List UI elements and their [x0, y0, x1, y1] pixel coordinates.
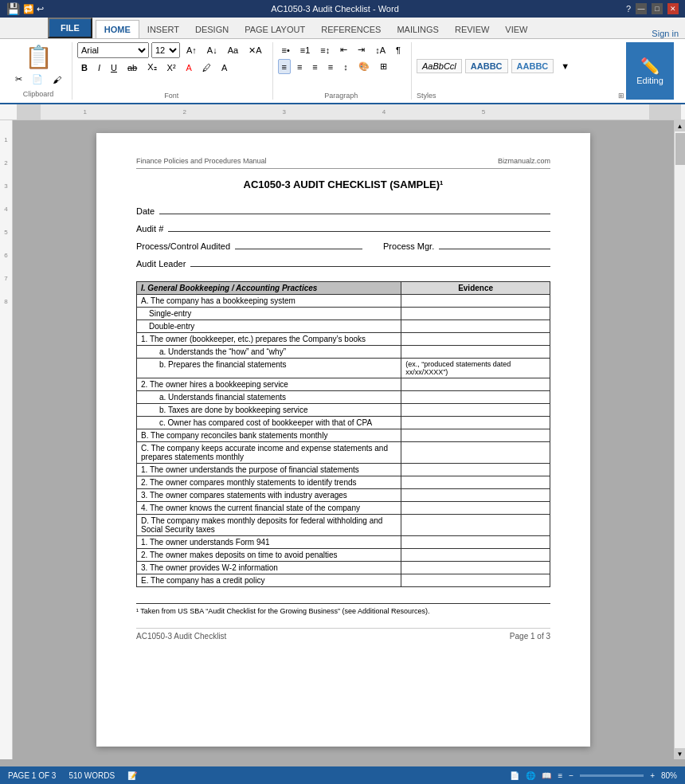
tab-view[interactable]: VIEW — [497, 21, 535, 38]
bullets-button[interactable]: ≡• — [278, 42, 294, 57]
page-header: Finance Policies and Procedures Manual B… — [136, 157, 550, 169]
align-left-button[interactable]: ≡ — [278, 59, 291, 74]
sort-button[interactable]: ↕A — [371, 42, 389, 57]
justify-button[interactable]: ≡ — [324, 59, 337, 74]
table-row: b. Prepares the financial statements(ex.… — [137, 359, 550, 378]
font-color-button[interactable]: A — [217, 61, 231, 75]
paragraph-group: ≡• ≡1 ≡↕ ⇤ ⇥ ↕A ¶ ≡ ≡ ≡ ≡ ↕ 🎨 ⊞ Paragrap… — [278, 42, 413, 100]
shrink-font-button[interactable]: A↓ — [203, 43, 221, 57]
bold-button[interactable]: B — [77, 61, 92, 75]
scroll-thumb[interactable] — [675, 133, 685, 165]
checklist-item-text: 3. The owner compares statements with in… — [137, 489, 401, 502]
tab-review[interactable]: REVIEW — [447, 21, 497, 38]
align-center-button[interactable]: ≡ — [293, 59, 306, 74]
layout-icon[interactable]: 📄 — [510, 771, 519, 780]
strikethrough-button[interactable]: ab — [123, 61, 141, 75]
align-right-button[interactable]: ≡ — [308, 59, 321, 74]
checklist-item-evidence — [401, 536, 550, 549]
read-mode-icon[interactable]: 📖 — [542, 771, 551, 780]
grow-font-button[interactable]: A↑ — [182, 43, 201, 57]
font-size-select[interactable]: 12 — [151, 42, 180, 58]
zoom-in-button[interactable]: + — [650, 771, 655, 780]
font-name-select[interactable]: Arial — [77, 42, 149, 58]
tab-insert[interactable]: INSERT — [139, 21, 187, 38]
web-layout-icon[interactable]: 🌐 — [526, 771, 535, 780]
superscript-button[interactable]: X² — [163, 61, 180, 75]
borders-button[interactable]: ⊞ — [376, 59, 391, 74]
style-emphasis[interactable]: AaBbCcl — [417, 59, 462, 73]
checklist-item-evidence: (ex., “produced statements dated xx/xx/X… — [401, 359, 550, 378]
line-spacing-button[interactable]: ↕ — [339, 59, 352, 74]
zoom-slider[interactable] — [580, 774, 644, 777]
italic-button[interactable]: I — [94, 61, 104, 75]
audit-line: Audit # — [136, 221, 550, 233]
help-icon[interactable]: ? — [626, 4, 631, 14]
paste-button[interactable]: 📋 — [25, 44, 53, 70]
audit-field[interactable] — [168, 221, 550, 232]
process-mgr-field[interactable] — [439, 238, 550, 249]
process-line: Process/Control Audited Process Mgr. — [136, 238, 550, 251]
title-bar-icons: 🔁 ↩ — [23, 4, 44, 14]
style-heading1[interactable]: AABBC — [465, 59, 508, 73]
cut-button[interactable]: ✂ — [11, 72, 26, 87]
format-painter-button[interactable]: 🖌 — [49, 72, 65, 87]
styles-expand-icon[interactable]: ⊞ — [618, 92, 624, 100]
page-footer: AC1050-3 Audit Checklist Page 1 of 3 — [136, 628, 550, 641]
checklist-item-text: b. Prepares the financial statements — [137, 359, 401, 378]
checklist-item-evidence — [401, 308, 550, 320]
checklist-item-text: b. Taxes are done by bookkeeping service — [137, 404, 401, 417]
tab-mailings[interactable]: MAILINGS — [389, 21, 447, 38]
maximize-button[interactable]: □ — [652, 3, 663, 14]
subscript-button[interactable]: X₂ — [143, 60, 160, 75]
table-row: 1. The owner understands Form 941 — [137, 536, 550, 549]
increase-indent-button[interactable]: ⇥ — [354, 42, 369, 57]
tab-file[interactable]: FILE — [48, 18, 92, 38]
scroll-up-button[interactable]: ▲ — [675, 120, 686, 131]
tab-references[interactable]: REFERENCES — [313, 21, 389, 38]
status-right: 📄 🌐 📖 ≡ − + 80% — [510, 771, 677, 780]
header-left: Finance Policies and Procedures Manual — [136, 157, 267, 165]
checklist-item-evidence — [401, 320, 550, 333]
highlight-button[interactable]: 🖊 — [198, 61, 215, 75]
tab-design[interactable]: DESIGN — [187, 21, 237, 38]
style-heading2[interactable]: AABBC — [511, 59, 554, 73]
vertical-scrollbar[interactable]: ▲ ▼ — [674, 120, 685, 759]
close-button[interactable]: ✕ — [667, 3, 679, 14]
change-case-button[interactable]: Aa — [224, 43, 242, 57]
sign-in-link[interactable]: Sign in — [652, 29, 685, 38]
styles-more-button[interactable]: ▼ — [557, 59, 573, 73]
tab-page-layout[interactable]: PAGE LAYOUT — [237, 21, 313, 38]
editing-badge: ✏️ Editing — [626, 42, 674, 100]
tab-home[interactable]: HOME — [96, 20, 139, 38]
audit-leader-field[interactable] — [190, 256, 550, 267]
multilevel-button[interactable]: ≡↕ — [316, 42, 334, 57]
form-fields: Date Audit # Process/Control Audited Pro… — [136, 203, 550, 269]
checklist-item-evidence — [401, 429, 550, 442]
checklist-item-text: Single-entry — [137, 308, 401, 320]
clipboard-label: Clipboard — [23, 90, 54, 98]
process-mgr-label: Process Mgr. — [383, 241, 434, 251]
outline-icon[interactable]: ≡ — [558, 771, 562, 780]
date-field[interactable] — [159, 203, 550, 214]
proofing-icon[interactable]: 📝 — [127, 771, 137, 780]
underline-button[interactable]: U — [107, 61, 121, 75]
styles-label: Styles — [417, 92, 436, 100]
table-row: c. Owner has compared cost of bookkeeper… — [137, 417, 550, 429]
ribbon-tabs: FILE HOME INSERT DESIGN PAGE LAYOUT REFE… — [0, 18, 685, 39]
minimize-button[interactable]: — — [636, 3, 647, 14]
shading-button[interactable]: 🎨 — [354, 59, 374, 74]
ribbon-content: 📋 ✂ 📄 🖌 Clipboard Arial 12 A↑ A↓ Aa ✕A — [0, 39, 685, 104]
table-row: 1. The owner understands the purpose of … — [137, 464, 550, 476]
copy-button[interactable]: 📄 — [28, 72, 47, 87]
text-color-button[interactable]: A — [182, 61, 196, 75]
checklist-item-text: c. Owner has compared cost of bookkeeper… — [137, 417, 401, 429]
scroll-down-button[interactable]: ▼ — [675, 748, 686, 759]
clear-format-button[interactable]: ✕A — [245, 43, 265, 58]
page-scroll-area[interactable]: Finance Policies and Procedures Manual B… — [13, 120, 674, 759]
process-field[interactable] — [235, 238, 362, 249]
decrease-indent-button[interactable]: ⇤ — [336, 42, 351, 57]
numbering-button[interactable]: ≡1 — [296, 42, 315, 57]
zoom-out-button[interactable]: − — [569, 771, 573, 780]
show-formatting-button[interactable]: ¶ — [392, 42, 405, 57]
checklist-item-evidence — [401, 574, 550, 587]
